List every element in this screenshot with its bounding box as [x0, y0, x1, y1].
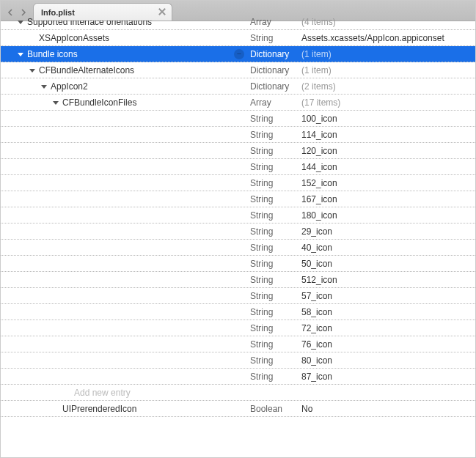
plist-type: String — [250, 355, 301, 366]
plist-type: Boolean — [250, 404, 301, 414]
plist-row[interactable]: String72_icon — [1, 320, 475, 336]
plist-value: 57_icon — [301, 291, 475, 301]
plist-type: String — [250, 339, 301, 350]
plist-type: Dictionary — [250, 65, 301, 75]
plist-type: String — [250, 243, 301, 253]
plist-type: String — [250, 259, 301, 269]
plist-type: String — [250, 33, 301, 43]
plist-type: String — [250, 114, 301, 124]
plist-row[interactable]: UIPrerenderedIconBooleanNo — [1, 401, 475, 417]
plist-value: (4 items) — [301, 17, 475, 27]
plist-value: 58_icon — [301, 307, 475, 317]
plist-row[interactable]: String80_icon — [1, 352, 475, 369]
plist-row[interactable]: String40_icon — [1, 240, 475, 256]
plist-value: 72_icon — [301, 323, 475, 333]
plist-row[interactable]: String144_icon — [1, 159, 475, 175]
plist-row[interactable]: String167_icon — [1, 191, 475, 207]
plist-row[interactable]: XSAppIconAssetsStringAssets.xcassets/App… — [1, 30, 475, 46]
plist-value: (2 items) — [301, 81, 475, 92]
plist-row[interactable]: String512_icon — [1, 272, 475, 288]
plist-row-selected[interactable]: Bundle icons−Dictionary(1 item) — [1, 46, 475, 62]
plist-row[interactable]: String120_icon — [1, 143, 475, 159]
svg-marker-2 — [29, 69, 35, 73]
plist-row[interactable]: String29_icon — [1, 224, 475, 240]
disclosure-triangle-icon[interactable] — [52, 99, 59, 106]
plist-type: String — [250, 146, 301, 156]
plist-value: 120_icon — [301, 146, 475, 156]
plist-key: UIPrerenderedIcon — [62, 404, 136, 414]
plist-row[interactable]: CFBundleIconFilesArray(17 items) — [1, 95, 475, 111]
svg-marker-3 — [41, 85, 47, 89]
plist-key: Bundle icons — [27, 49, 78, 59]
plist-row[interactable]: String76_icon — [1, 336, 475, 352]
plist-row[interactable]: String152_icon — [1, 175, 475, 191]
disclosure-triangle-icon[interactable] — [29, 67, 36, 74]
plist-type: Array — [250, 17, 301, 27]
svg-marker-0 — [18, 21, 23, 24]
plist-value: (17 items) — [301, 97, 475, 108]
plist-row[interactable]: String87_icon — [1, 369, 475, 385]
disclosure-triangle-icon[interactable] — [17, 18, 24, 26]
plist-type: String — [250, 372, 301, 382]
plist-type: Dictionary — [250, 81, 301, 92]
plist-row[interactable]: CFBundleAlternateIconsDictionary(1 item) — [1, 62, 475, 78]
plist-value: 40_icon — [301, 243, 475, 253]
plist-type: String — [250, 178, 301, 188]
plist-value: 29_icon — [301, 226, 475, 237]
plist-type: String — [250, 291, 301, 301]
plist-value: No — [301, 404, 475, 414]
plist-row[interactable]: String100_icon — [1, 111, 475, 127]
plist-value: (1 item) — [301, 49, 475, 59]
plist-table: Supported interface orientationsArray(4 … — [1, 14, 475, 417]
plist-type: String — [250, 210, 301, 221]
plist-type: String — [250, 307, 301, 317]
plist-value: 144_icon — [301, 162, 475, 172]
add-new-entry-placeholder[interactable]: Add new entry — [74, 388, 131, 398]
plist-value: 80_icon — [301, 355, 475, 366]
plist-type: String — [250, 226, 301, 237]
plist-value: 76_icon — [301, 339, 475, 350]
plist-row[interactable]: String180_icon — [1, 207, 475, 224]
close-icon[interactable] — [157, 7, 167, 17]
plist-row[interactable]: String50_icon — [1, 256, 475, 272]
tab-title: Info.plist — [41, 8, 75, 17]
plist-type: String — [250, 323, 301, 333]
plist-value: 167_icon — [301, 194, 475, 204]
plist-row[interactable]: AppIcon2Dictionary(2 items) — [1, 78, 475, 95]
plist-value: 114_icon — [301, 130, 475, 140]
plist-value: 152_icon — [301, 178, 475, 188]
disclosure-triangle-icon[interactable] — [40, 83, 48, 90]
plist-type: Array — [250, 97, 301, 108]
plist-row[interactable]: String58_icon — [1, 304, 475, 320]
plist-value: 87_icon — [301, 372, 475, 382]
plist-value: 180_icon — [301, 210, 475, 221]
disclosure-triangle-icon[interactable] — [17, 51, 24, 58]
editor-tab[interactable]: Info.plist — [33, 3, 172, 21]
svg-marker-4 — [53, 101, 59, 105]
plist-type: String — [250, 130, 301, 140]
plist-key: XSAppIconAssets — [39, 33, 109, 43]
plist-key: CFBundleAlternateIcons — [39, 65, 134, 75]
plist-value: 100_icon — [301, 114, 475, 124]
plist-value: 50_icon — [301, 259, 475, 269]
plist-value: 512_icon — [301, 275, 475, 285]
plist-type: String — [250, 275, 301, 285]
plist-row[interactable]: String57_icon — [1, 288, 475, 304]
plist-row[interactable]: String114_icon — [1, 127, 475, 143]
plist-type: String — [250, 162, 301, 172]
plist-key: CFBundleIconFiles — [62, 97, 136, 108]
plist-value: Assets.xcassets/AppIcon.appiconset — [301, 33, 475, 43]
plist-type: String — [250, 194, 301, 204]
plist-key: AppIcon2 — [51, 81, 88, 92]
plist-value: (1 item) — [301, 65, 475, 75]
remove-icon[interactable]: − — [234, 49, 244, 59]
plist-type: Dictionary — [250, 49, 301, 59]
svg-marker-1 — [18, 53, 23, 56]
plist-row[interactable]: Add new entry — [1, 385, 475, 401]
